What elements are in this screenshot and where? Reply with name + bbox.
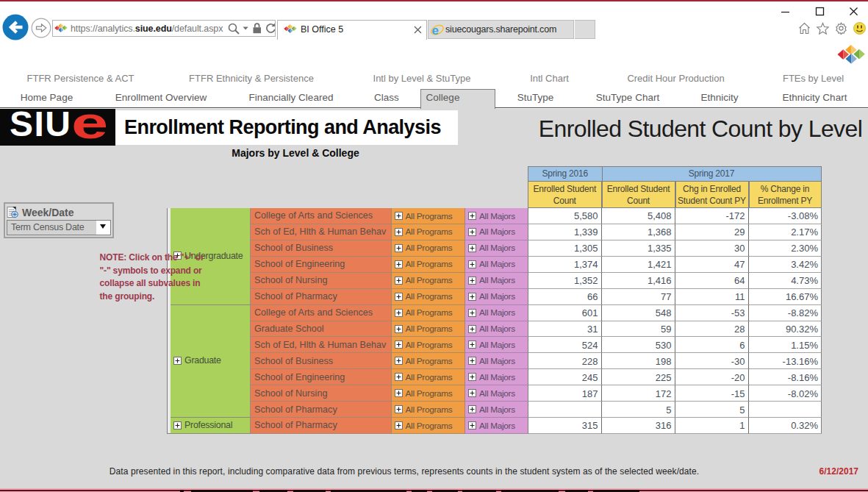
svg-text:e: e [432, 24, 439, 36]
